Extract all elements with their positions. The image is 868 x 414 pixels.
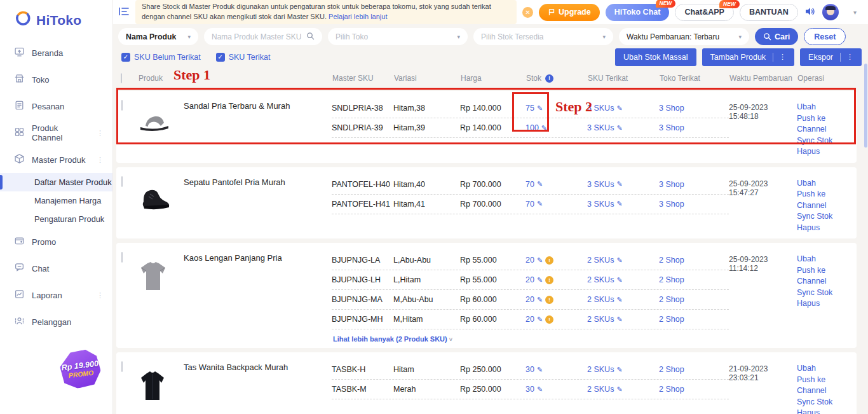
sidebar-item-promo[interactable]: Promo	[0, 228, 112, 255]
edit-stock-icon[interactable]: ✎	[537, 296, 543, 304]
stock-warning-icon[interactable]: !	[545, 256, 553, 265]
op-link-push-ke-channel[interactable]: Push ke Channel	[797, 189, 857, 211]
promo-floating-badge[interactable]: Rp 19.900 PROMO	[58, 348, 103, 390]
edit-stock-icon[interactable]: ✎	[537, 104, 543, 113]
linked-shops-link[interactable]: 2 Shop	[659, 385, 729, 394]
hitoko-logo[interactable]: HiToko	[0, 0, 112, 39]
row-checkbox[interactable]	[121, 252, 123, 263]
linked-skus-link[interactable]: 2 SKUs ✎	[587, 385, 659, 394]
user-avatar[interactable]	[822, 4, 839, 20]
linked-skus-link[interactable]: 3 SKUs ✎	[587, 200, 659, 209]
sku-unlinked-checkbox[interactable]: ✓ SKU Belum Terikat	[121, 53, 201, 62]
edit-stock-icon[interactable]: ✎	[537, 276, 543, 284]
shop-select[interactable]: Pilih Toko ▾	[328, 28, 468, 45]
sidebar-item-pesanan[interactable]: Pesanan	[0, 93, 112, 120]
op-link-push-ke-channel[interactable]: Push ke Channel	[797, 113, 857, 135]
op-link-sync-stok[interactable]: Sync Stok	[797, 135, 857, 147]
edit-stock-icon[interactable]: ✎	[537, 256, 543, 265]
upgrade-button[interactable]: Upgrade	[539, 4, 600, 21]
linked-shops-link[interactable]: 2 Shop	[659, 365, 729, 374]
sidebar-item-toko[interactable]: Toko	[0, 66, 112, 93]
linked-shops-link[interactable]: 3 Shop	[659, 180, 729, 189]
stock-warning-icon[interactable]: !	[545, 296, 553, 304]
export-button[interactable]: Ekspor ⋮	[800, 48, 862, 66]
op-link-sync-stok[interactable]: Sync Stok	[797, 287, 857, 299]
menu-fold-icon[interactable]	[118, 6, 130, 18]
sort-select[interactable]: Waktu Pembaruan: Terbaru ▾	[619, 28, 749, 45]
edit-icon[interactable]: ✎	[616, 104, 622, 113]
stock-filter-select[interactable]: Pilih Stok Tersedia ▾	[473, 28, 613, 45]
edit-icon[interactable]: ✎	[616, 200, 622, 208]
sku-linked-checkbox[interactable]: ✓ SKU Terikat	[216, 53, 271, 62]
row-checkbox[interactable]	[121, 100, 123, 111]
sidebar-item-pelanggan[interactable]: Pelanggan	[0, 308, 112, 335]
linked-shops-link[interactable]: 2 Shop	[659, 295, 729, 304]
edit-icon[interactable]: ✎	[616, 256, 622, 265]
linked-skus-link[interactable]: 3 SKUs ✎	[587, 180, 659, 189]
search-input[interactable]: Nama Produk Master SKU	[204, 28, 322, 45]
op-link-sync-stok[interactable]: Sync Stok	[797, 397, 857, 408]
linked-skus-link[interactable]: 2 SKUs ✎	[587, 315, 659, 324]
edit-stock-icon[interactable]: ✎	[537, 180, 543, 188]
edit-icon[interactable]: ✎	[616, 276, 622, 284]
sidebar-item-beranda[interactable]: Beranda	[0, 39, 112, 66]
sidebar-item-master-produk[interactable]: Master Produk⋮	[0, 146, 112, 173]
edit-icon[interactable]: ✎	[616, 180, 622, 188]
op-link-push-ke-channel[interactable]: Push ke Channel	[797, 375, 857, 397]
edit-icon[interactable]: ✎	[616, 315, 622, 324]
op-link-sync-stok[interactable]: Sync Stok	[797, 211, 857, 223]
row-checkbox[interactable]	[121, 361, 123, 372]
linked-skus-link[interactable]: 3 SKUs ✎	[587, 123, 659, 132]
linked-skus-link[interactable]: 2 SKUs ✎	[587, 365, 659, 374]
more-options-icon[interactable]: ⋮	[97, 129, 107, 137]
more-options-icon[interactable]: ⋮	[97, 156, 107, 164]
edit-stock-icon[interactable]: ✎	[541, 124, 547, 132]
add-product-button[interactable]: Tambah Produk ⋮	[702, 48, 795, 66]
linked-shops-link[interactable]: 2 Shop	[659, 315, 729, 324]
more-options-icon[interactable]: ⋮	[779, 53, 786, 61]
op-link-push-ke-channel[interactable]: Push ke Channel	[797, 265, 857, 287]
speaker-icon[interactable]	[804, 6, 817, 19]
chat-app-button[interactable]: Chat&APP NEW	[675, 4, 734, 21]
linked-skus-link[interactable]: 2 SKUs ✎	[587, 295, 659, 304]
op-link-hapus[interactable]: Hapus	[797, 223, 857, 234]
edit-stock-icon[interactable]: ✎	[537, 315, 543, 324]
more-options-icon[interactable]: ⋮	[846, 53, 853, 61]
reset-button[interactable]: Reset	[804, 28, 846, 45]
scrollbar-thumb[interactable]	[864, 64, 867, 148]
sidebar-subitem-pengaturan-produk[interactable]: Pengaturan Produk	[0, 210, 112, 228]
learn-more-link[interactable]: Pelajari lebih lanjut	[329, 13, 387, 20]
op-link-ubah[interactable]: Ubah	[797, 254, 857, 265]
search-icon[interactable]	[306, 32, 315, 41]
stock-warning-icon[interactable]: !	[545, 315, 553, 324]
sidebar-item-laporan[interactable]: Laporan⋮	[0, 282, 112, 308]
edit-stock-icon[interactable]: ✎	[537, 366, 543, 374]
op-link-ubah[interactable]: Ubah	[797, 178, 857, 190]
more-options-icon[interactable]: ⋮	[97, 291, 107, 300]
linked-skus-link[interactable]: 2 SKUs ✎	[587, 256, 659, 265]
op-link-ubah[interactable]: Ubah	[797, 363, 857, 375]
linked-skus-link[interactable]: 2 SKUs ✎	[587, 275, 659, 284]
stock-warning-icon[interactable]: !	[545, 276, 553, 284]
linked-shops-link[interactable]: 3 Shop	[659, 123, 729, 132]
op-link-hapus[interactable]: Hapus	[797, 408, 857, 414]
select-all-checkbox[interactable]	[121, 73, 122, 83]
bulk-stock-button[interactable]: Ubah Stok Massal	[615, 48, 696, 66]
bantuan-button[interactable]: BANTUAN	[740, 4, 798, 21]
search-button[interactable]: Cari	[755, 28, 798, 45]
search-field-selector[interactable]: Nama Produk ▾	[118, 28, 198, 45]
linked-shops-link[interactable]: 3 Shop	[659, 200, 729, 209]
op-link-ubah[interactable]: Ubah	[797, 102, 857, 113]
sidebar-subitem-manajemen-harga[interactable]: Manajemen Harga	[0, 191, 112, 210]
linked-shops-link[interactable]: 3 Shop	[659, 104, 729, 113]
linked-shops-link[interactable]: 2 Shop	[659, 275, 729, 284]
edit-icon[interactable]: ✎	[616, 385, 622, 394]
op-link-hapus[interactable]: Hapus	[797, 146, 857, 158]
edit-icon[interactable]: ✎	[616, 124, 622, 132]
row-checkbox[interactable]	[121, 176, 123, 187]
show-more-link[interactable]: Lihat lebih banyak (2 Produk SKU) ˅	[332, 329, 729, 343]
edit-icon[interactable]: ✎	[616, 366, 622, 374]
op-link-hapus[interactable]: Hapus	[797, 298, 857, 310]
hitoko-chat-button[interactable]: HiToko Chat NEW	[606, 4, 670, 21]
sidebar-item-produk-channel[interactable]: Produk Channel⋮	[0, 120, 112, 146]
